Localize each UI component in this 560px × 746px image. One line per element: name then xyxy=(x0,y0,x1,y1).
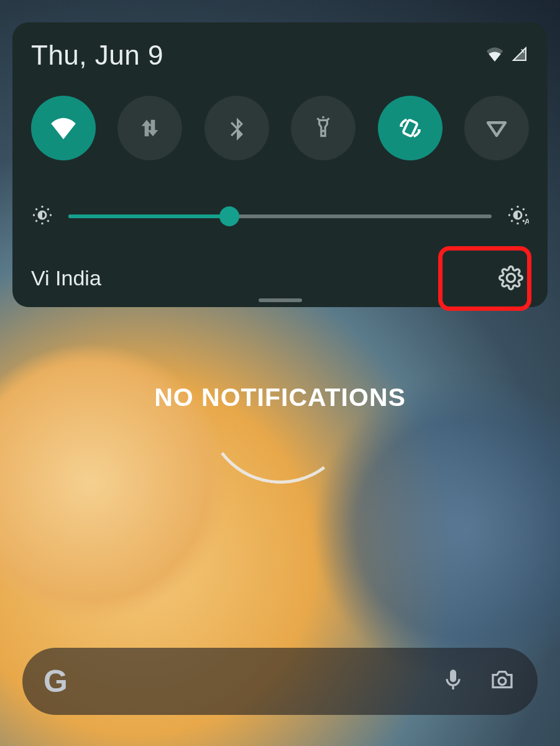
triangle-down-icon xyxy=(484,115,510,141)
google-logo-icon: G xyxy=(44,663,68,699)
camera-button[interactable] xyxy=(488,668,516,695)
shade-handle[interactable] xyxy=(259,298,302,302)
data-arrows-icon xyxy=(137,116,162,140)
brightness-low-icon xyxy=(31,204,53,229)
date-label[interactable]: Thu, Jun 9 xyxy=(31,40,163,71)
mic-icon xyxy=(441,666,466,694)
brightness-slider[interactable] xyxy=(68,214,492,218)
wifi-signal-icon xyxy=(485,47,504,64)
carrier-label: Vi India xyxy=(31,266,101,290)
status-icons: x xyxy=(485,47,529,64)
brightness-row: A xyxy=(31,204,529,229)
gear-icon xyxy=(498,265,523,290)
svg-point-6 xyxy=(498,678,506,685)
svg-text:A: A xyxy=(525,217,530,226)
mic-button[interactable] xyxy=(441,666,466,696)
bluetooth-tile[interactable] xyxy=(204,96,269,160)
flashlight-icon xyxy=(311,115,335,141)
cell-signal-x-icon: x xyxy=(510,47,529,64)
wifi-icon xyxy=(50,117,77,139)
rotate-icon xyxy=(396,114,425,142)
flashlight-tile[interactable] xyxy=(291,96,356,160)
quick-settings-tiles xyxy=(31,96,529,160)
auto-rotate-tile[interactable] xyxy=(378,96,443,160)
wifi-tile[interactable] xyxy=(31,96,96,160)
camera-icon xyxy=(488,668,516,693)
svg-rect-2 xyxy=(403,119,418,136)
svg-point-1 xyxy=(322,130,324,132)
google-search-bar[interactable]: G xyxy=(22,648,538,715)
svg-text:x: x xyxy=(521,47,525,54)
mobile-data-tile[interactable] xyxy=(117,96,182,160)
settings-button[interactable] xyxy=(493,260,529,296)
notification-shade: Thu, Jun 9 x xyxy=(12,22,548,307)
bluetooth-icon xyxy=(224,116,249,140)
brightness-fill xyxy=(68,214,229,218)
no-notifications-label: NO NOTIFICATIONS xyxy=(0,383,560,412)
brightness-thumb[interactable] xyxy=(219,206,239,226)
auto-brightness-icon[interactable]: A xyxy=(507,204,529,229)
dnd-tile[interactable] xyxy=(464,96,529,160)
